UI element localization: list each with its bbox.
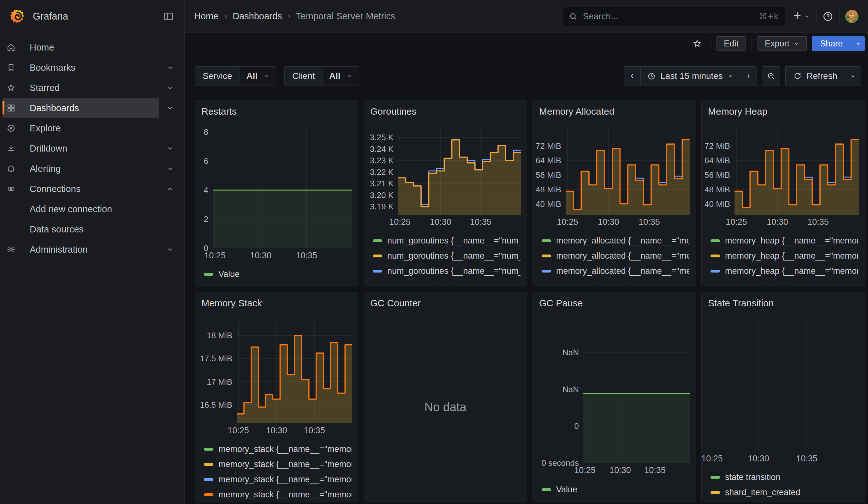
- sidebar-item-label: Drilldown: [30, 143, 67, 154]
- legend-item[interactable]: memory_heap {__name__="memory_heap": [711, 263, 858, 278]
- chevron-down-icon[interactable]: [159, 138, 181, 158]
- time-range-picker[interactable]: Last 15 minutes: [641, 66, 740, 86]
- legend-item[interactable]: shard_item_created: [711, 485, 858, 500]
- chevron-down-icon[interactable]: [159, 98, 181, 118]
- sidebar-link-alerting[interactable]: Alerting: [2, 158, 159, 179]
- sidebar-link-explore[interactable]: Explore: [2, 118, 181, 138]
- sidebar-toggle-icon[interactable]: [162, 10, 175, 23]
- avatar[interactable]: [845, 10, 859, 23]
- plot-region[interactable]: [213, 125, 352, 248]
- sidebar-link-data-sources[interactable]: Data sources: [2, 219, 181, 239]
- legend-item[interactable]: memory_heap {__name__="memory_heap": [711, 248, 858, 263]
- legend-series-label: memory_allocated {__name__="memory_alloc…: [556, 251, 689, 261]
- plot-region[interactable]: [734, 126, 858, 215]
- edit-button[interactable]: Edit: [716, 36, 746, 51]
- breadcrumb: Home › Dashboards › Temporal Server Metr…: [194, 11, 395, 21]
- panel-restarts: Restarts0246810:2510:3010:35Value: [195, 101, 358, 286]
- legend-item[interactable]: Value: [541, 482, 689, 497]
- sidebar-link-connections[interactable]: Connections: [2, 179, 159, 199]
- sidebar-link-add-new-connection[interactable]: Add new connection: [2, 199, 181, 219]
- home-icon: [6, 43, 16, 52]
- panel-title[interactable]: Memory Heap: [708, 106, 858, 117]
- refresh-button[interactable]: Refresh: [785, 66, 845, 86]
- sidebar-item-add-new-connection: Add new connection: [2, 199, 181, 219]
- sidebar-item-label: Home: [30, 42, 54, 53]
- plot-region[interactable]: [566, 126, 689, 215]
- legend-item[interactable]: memory_heap {__name__="memory_heap": [711, 278, 858, 283]
- chevron-down-icon[interactable]: [159, 158, 181, 179]
- legend-item[interactable]: memory_allocated {__name__="memory_alloc…: [541, 248, 689, 263]
- panel-title[interactable]: Restarts: [202, 106, 352, 117]
- sidebar-link-dashboards[interactable]: Dashboards: [2, 98, 159, 118]
- breadcrumb-dashboards[interactable]: Dashboards: [232, 11, 282, 21]
- x-tick-label: 10:25: [717, 217, 755, 227]
- panel-title[interactable]: Memory Stack: [202, 298, 352, 309]
- legend-item[interactable]: num_goroutines {__name__="num_goroutines…: [373, 248, 520, 263]
- bookmark-icon: [6, 63, 16, 72]
- sidebar-link-administration[interactable]: Administration: [2, 239, 159, 260]
- refresh-interval-button[interactable]: [845, 66, 860, 86]
- legend-item[interactable]: num_goroutines {__name__="num_goroutines…: [373, 278, 520, 283]
- search-field[interactable]: [583, 11, 758, 21]
- legend-item[interactable]: memory_heap {__name__="memory_heap": [711, 233, 858, 248]
- search-input[interactable]: ⌘+k: [562, 7, 785, 26]
- legend-item[interactable]: memory_allocated {__name__="memory_alloc…: [541, 233, 689, 248]
- legend-item[interactable]: state transition: [711, 470, 858, 485]
- plot-region[interactable]: [708, 319, 858, 451]
- chevron-down-icon[interactable]: [159, 78, 181, 98]
- grafana-logo-icon[interactable]: [9, 9, 24, 24]
- sidebar-link-drilldown[interactable]: Drilldown: [2, 138, 159, 158]
- x-tick-label: 10:25: [381, 217, 419, 227]
- plot-region[interactable]: [237, 317, 352, 423]
- legend-item[interactable]: memory_stack {__name__="memory_stack": [204, 472, 352, 487]
- legend-item[interactable]: memory_stack {__name__="memory_stack": [204, 487, 352, 502]
- time-back-button[interactable]: [624, 66, 641, 86]
- zoom-out-button[interactable]: [762, 66, 780, 86]
- sidebar-item-drilldown: Drilldown: [2, 138, 181, 158]
- share-button[interactable]: Share: [812, 36, 851, 51]
- legend-series-color: [373, 239, 382, 242]
- legend-item[interactable]: num_goroutines {__name__="num_goroutines…: [373, 263, 520, 278]
- legend-item[interactable]: memory_stack {__name__="memory_stack": [204, 442, 352, 457]
- y-tick-label: 56 MiB: [704, 170, 730, 180]
- share-menu-button[interactable]: [851, 36, 865, 51]
- time-forward-button[interactable]: [740, 66, 757, 86]
- legend-item[interactable]: memory_allocated {__name__="memory_alloc…: [541, 278, 689, 283]
- legend-item[interactable]: num_goroutines {__name__="num_goroutines…: [373, 233, 520, 248]
- y-tick-label: 3.20 K: [370, 191, 394, 200]
- export-button[interactable]: Export: [757, 36, 807, 51]
- sidebar-link-home[interactable]: Home: [2, 37, 181, 58]
- plot-region[interactable]: [583, 324, 689, 463]
- filter-value-dropdown[interactable]: All: [240, 66, 276, 86]
- panel-title[interactable]: GC Counter: [370, 298, 520, 309]
- chevron-up-icon[interactable]: [159, 179, 181, 199]
- x-axis-labels: 10:2510:3010:35: [566, 217, 689, 228]
- filter-label: Service: [195, 66, 240, 86]
- breadcrumb-separator: ›: [224, 11, 227, 21]
- grafana-app: Grafana HomeBookmarksStarredDashboardsEx…: [0, 0, 868, 504]
- add-new-button[interactable]: +: [793, 10, 810, 22]
- panel-title[interactable]: GC Pause: [539, 298, 689, 309]
- help-icon[interactable]: [822, 11, 834, 22]
- legend-item[interactable]: Value: [204, 267, 352, 282]
- sidebar-link-starred[interactable]: Starred: [2, 78, 159, 98]
- panel-title[interactable]: Goroutines: [370, 106, 520, 117]
- panel-title[interactable]: State Transition: [708, 298, 858, 309]
- plot-region[interactable]: [398, 126, 520, 215]
- legend-item[interactable]: memory_allocated {__name__="memory_alloc…: [541, 263, 689, 278]
- dashboard-actions: Edit Export Share: [185, 33, 868, 54]
- legend-item[interactable]: memory_stack {__name__="memory_stack": [204, 457, 352, 472]
- panel-memory-allocated: Memory Allocated40 MiB48 MiB56 MiB64 MiB…: [533, 101, 696, 286]
- panel-title[interactable]: Memory Allocated: [539, 106, 689, 117]
- chevron-down-icon[interactable]: [159, 239, 181, 260]
- star-icon[interactable]: [690, 36, 705, 51]
- compass-icon: [6, 123, 16, 133]
- sidebar-link-bookmarks[interactable]: Bookmarks: [2, 58, 159, 78]
- filter-value-dropdown[interactable]: All: [323, 66, 359, 86]
- x-tick-label: 10:25: [566, 465, 604, 475]
- breadcrumb-home[interactable]: Home: [194, 11, 218, 21]
- legend-series-label: shard_item_created: [725, 487, 800, 497]
- active-indicator: [2, 101, 4, 115]
- x-tick-label: 10:35: [799, 217, 837, 227]
- chevron-down-icon[interactable]: [159, 58, 181, 78]
